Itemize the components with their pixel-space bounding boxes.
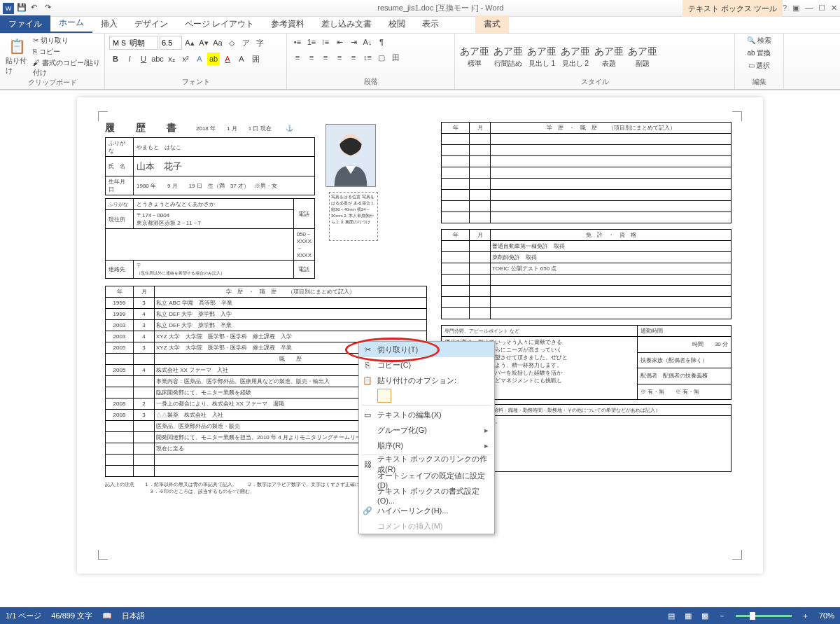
show-marks-icon[interactable]: ¶	[375, 36, 388, 48]
tab-mailings[interactable]: 差し込み文書	[313, 15, 380, 33]
style-normal[interactable]: あア亜標準	[459, 45, 490, 69]
tab-home[interactable]: ホーム	[50, 14, 92, 33]
group-styles: あア亜標準 あア亜行間詰め あア亜見出し 1 あア亜見出し 2 あア亜表題 あア…	[455, 34, 735, 89]
document-canvas[interactable]: 履 歴 書 2018 年 1 月 1 日 現在 ⚓ 写真をはる位置 写真をはる必…	[0, 90, 840, 590]
status-language[interactable]: 日本語	[122, 611, 145, 621]
undo-icon[interactable]: ↶	[31, 3, 42, 14]
highlight-icon[interactable]: ab	[207, 53, 220, 65]
bold-icon[interactable]: B	[109, 53, 122, 65]
cut-button[interactable]: ✂ 切り取り	[33, 36, 100, 46]
phonetic-icon[interactable]: ア	[239, 36, 252, 49]
status-words[interactable]: 46/899 文字	[51, 611, 92, 621]
ctx-edit-text[interactable]: ▭テキストの編集(X)	[359, 407, 494, 422]
multilevel-icon[interactable]: ⁝≡	[319, 36, 332, 48]
borders-icon[interactable]: 田	[389, 51, 402, 64]
change-case-icon[interactable]: Aa	[211, 36, 224, 49]
ctx-paste-options-label: 📋貼り付けのオプション:	[359, 373, 494, 388]
anchor-icon: ⚓	[286, 125, 293, 132]
font-color-icon[interactable]: A	[221, 53, 234, 65]
subscript-icon[interactable]: x₂	[165, 53, 178, 65]
align-right-icon[interactable]: ≡	[319, 51, 332, 64]
copy-button[interactable]: ⎘ コピー	[33, 47, 100, 57]
status-proof-icon[interactable]: 📖	[102, 611, 112, 620]
font-name-input[interactable]	[109, 36, 158, 50]
tab-insert[interactable]: 挿入	[92, 15, 126, 33]
maximize-icon[interactable]: ☐	[818, 4, 825, 13]
justify-icon[interactable]: ≡	[333, 51, 346, 64]
tab-references[interactable]: 参考資料	[262, 15, 313, 33]
outdent-icon[interactable]: ⇤	[333, 36, 346, 48]
grow-font-icon[interactable]: A▴	[183, 36, 196, 49]
paste-button[interactable]: 📋貼り付け	[4, 36, 30, 77]
format-painter-button[interactable]: 🖌 書式のコピー/貼り付け	[33, 58, 100, 78]
ctx-cut[interactable]: ✂切り取り(T)	[359, 342, 494, 357]
style-heading2[interactable]: あア亜見出し 2	[560, 45, 591, 69]
style-subtitle[interactable]: あア亜副題	[627, 45, 658, 69]
numbering-icon[interactable]: 1≡	[305, 36, 318, 48]
style-heading1[interactable]: あア亜見出し 1	[526, 45, 557, 69]
superscript-icon[interactable]: x²	[179, 53, 192, 65]
char-border-icon[interactable]: 囲	[249, 53, 262, 65]
enclose-icon[interactable]: 字	[253, 36, 266, 49]
tab-page-layout[interactable]: ページ レイアウト	[176, 15, 262, 33]
quick-access-toolbar: W 💾 ↶ ↷ resume_jis1.doc [互換モード] - Word テ…	[0, 0, 840, 17]
find-button[interactable]: 🔍 検索	[747, 36, 771, 46]
style-title[interactable]: あア亜表題	[594, 45, 624, 69]
zoom-level[interactable]: 70%	[819, 611, 834, 620]
bullets-icon[interactable]: •≡	[291, 36, 304, 48]
shading-icon[interactable]: ▢	[375, 51, 388, 64]
redo-icon[interactable]: ↷	[45, 3, 56, 14]
table-row: TOEIC 公開テスト 650 点	[442, 263, 732, 275]
ctx-paste-option-keep[interactable]	[359, 388, 494, 403]
view-web-icon[interactable]: ▩	[701, 611, 708, 620]
close-icon[interactable]: ✕	[831, 4, 837, 13]
view-read-icon[interactable]: ▤	[668, 611, 675, 620]
ctx-insert-comment: コメントの挿入(M)	[359, 518, 494, 534]
distribute-icon[interactable]: ≡	[347, 51, 360, 64]
italic-icon[interactable]: I	[123, 53, 136, 65]
save-icon[interactable]: 💾	[17, 3, 28, 14]
zoom-in-icon[interactable]: ＋	[802, 611, 809, 621]
tab-design[interactable]: デザイン	[126, 15, 176, 33]
table-row: 普通自動車第一種免許 取得	[442, 241, 732, 252]
group-paragraph: •≡ 1≡ ⁝≡ ⇤ ⇥ A↓ ¶ ≡ ≡ ≡ ≡ ≡ ↕≡ ▢ 田 段落	[287, 34, 455, 89]
tab-format[interactable]: 書式	[475, 15, 509, 33]
select-button[interactable]: ▭ 選択	[748, 61, 771, 71]
ctx-group[interactable]: グループ化(G)▸	[359, 422, 494, 438]
align-left-icon[interactable]: ≡	[291, 51, 304, 64]
line-spacing-icon[interactable]: ↕≡	[361, 51, 374, 64]
underline-icon[interactable]: U	[137, 53, 150, 65]
style-no-spacing[interactable]: あア亜行間詰め	[493, 45, 524, 69]
ctx-format-textbox[interactable]: テキスト ボックスの書式設定(O)...	[359, 487, 494, 503]
resume-photo[interactable]	[326, 124, 376, 187]
tab-view[interactable]: 表示	[414, 15, 447, 33]
ribbon-display-icon[interactable]: ▣	[792, 4, 799, 13]
strike-icon[interactable]: abc	[151, 53, 164, 65]
zoom-slider[interactable]	[736, 615, 792, 617]
help-icon[interactable]: ?	[783, 4, 787, 13]
ctx-order[interactable]: 順序(R)▸	[359, 438, 494, 453]
selected-textbox[interactable]: 写真をはる位置 写真をはる必要が ある場合 1. 縦36～40mm 横24～30…	[329, 192, 378, 241]
zoom-out-icon[interactable]: －	[718, 611, 726, 621]
ctx-hyperlink[interactable]: 🔗ハイパーリンク(H)...	[359, 503, 494, 518]
text-effect-icon[interactable]: A	[193, 53, 206, 65]
tel-value: 050－XXXX－XXXX	[293, 229, 314, 261]
scissors-icon: ✂	[362, 345, 373, 354]
indent-icon[interactable]: ⇥	[347, 36, 360, 48]
sort-icon[interactable]: A↓	[361, 36, 374, 48]
font-size-input[interactable]	[160, 36, 182, 50]
align-center-icon[interactable]: ≡	[305, 51, 318, 64]
status-page[interactable]: 1/1 ページ	[6, 611, 41, 621]
ctx-copy[interactable]: ⎘コピー(C)	[359, 357, 494, 373]
name-label: 氏 名	[106, 157, 134, 176]
tab-file[interactable]: ファイル	[0, 15, 50, 33]
char-shading-icon[interactable]: A	[235, 53, 248, 65]
tab-review[interactable]: 校閲	[380, 15, 414, 33]
minimize-icon[interactable]: ―	[805, 4, 813, 13]
table-row: 薬剤師免許 取得	[442, 252, 732, 263]
context-menu: ✂切り取り(T) ⎘コピー(C) 📋貼り付けのオプション: ▭テキストの編集(X…	[358, 341, 495, 534]
clear-format-icon[interactable]: ◇	[225, 36, 238, 49]
shrink-font-icon[interactable]: A▾	[197, 36, 210, 49]
replace-button[interactable]: ab 置換	[748, 48, 771, 58]
view-print-icon[interactable]: ▦	[685, 611, 692, 620]
